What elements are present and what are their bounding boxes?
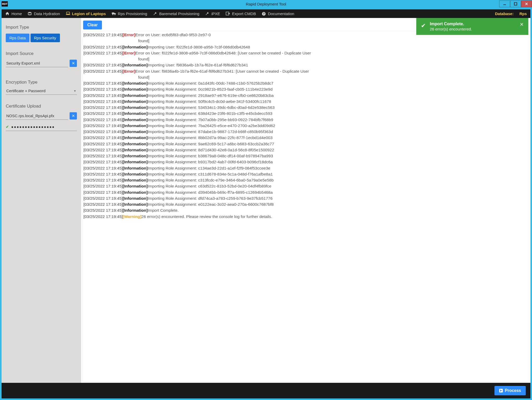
log-timestamp: [03/25/2022 17:19:45] — [83, 93, 123, 98]
log-level: [Information] — [123, 178, 148, 182]
log-timestamp: [03/25/2022 17:19:45] — [83, 69, 123, 73]
log-line: [03/25/2022 17:19:45][Information]Import… — [83, 141, 528, 147]
nav-item-rps-provisioning[interactable]: Rps Provisioning — [112, 11, 147, 16]
import-type-label: Import Type — [6, 25, 77, 30]
log-level: [Information] — [123, 81, 148, 85]
svg-rect-3 — [66, 12, 70, 14]
console-log[interactable]: [03/25/2022 17:19:45][Error]Error on Use… — [82, 31, 529, 382]
encryption-type-select[interactable]: Certificate + Password ▼ — [6, 87, 77, 95]
nav-item-label: Baremetal Provisioning — [159, 11, 199, 16]
certificate-password-field[interactable]: ●●●●●●●●●●●●●●●● — [11, 125, 55, 129]
nav-item-export-cmdb[interactable]: Export CMDB — [226, 11, 256, 16]
svg-rect-1 — [514, 3, 517, 5]
log-line: [03/25/2022 17:19:45][Information]Import… — [83, 123, 528, 129]
log-level: [Information] — [123, 184, 148, 188]
close-icon: ✕ — [72, 114, 75, 118]
log-message: Importing Role Assignment: c311d678-834e… — [148, 172, 273, 176]
nav-item-label: Home — [11, 11, 22, 16]
encryption-type-value: Certificate + Password — [6, 89, 45, 93]
log-level: [Information] — [123, 123, 148, 128]
log-level: [Error] — [123, 33, 135, 37]
log-line: [03/25/2022 17:19:45][Information]Import… — [83, 189, 528, 195]
log-message: Importing Role Assignment: 534534c1-39dc… — [148, 105, 274, 110]
toast-title: Import Complete. — [430, 22, 472, 26]
toast-subtitle: 26 error(s) encountered. — [430, 27, 472, 31]
wrench-icon — [153, 12, 157, 16]
import-source-input[interactable] — [6, 59, 68, 67]
log-message: Importing Role Assignment: 8d71d430-42e8… — [148, 148, 274, 152]
log-timestamp: [03/25/2022 17:19:45] — [83, 81, 123, 85]
close-button[interactable] — [521, 1, 532, 7]
log-message-continuation: found] — [83, 38, 528, 44]
maximize-button[interactable] — [510, 1, 521, 7]
import-source-clear-button[interactable]: ✕ — [70, 60, 77, 67]
certificate-upload-label: Certificate Upload — [6, 104, 77, 109]
log-line: [03/25/2022 17:19:45][Information]Import… — [83, 92, 528, 98]
toast-close-button[interactable]: ✕ — [520, 22, 524, 27]
import-type-toggle: Rps Data Rps Security — [6, 34, 77, 42]
log-message-continuation: found] — [83, 74, 528, 80]
log-message: Importing Role Assignment: 638d423e-23f6… — [148, 111, 272, 116]
log-level: [Information] — [123, 63, 148, 67]
log-message: Importing Role Assignment: 9ae62c69-5c17… — [148, 142, 274, 146]
home-icon — [5, 12, 10, 16]
log-message: Importing Role Assignment: 8bb02d7a-99ac… — [148, 135, 272, 140]
log-timestamp: [03/25/2022 17:19:45] — [83, 87, 123, 91]
log-timestamp: [03/25/2022 17:19:45] — [83, 202, 123, 207]
log-timestamp: [03/25/2022 17:19:45] — [83, 129, 123, 134]
window-controls — [499, 1, 532, 7]
certificate-file-input[interactable] — [6, 112, 68, 120]
nav-item-data-hydration[interactable]: Data Hydration — [28, 11, 60, 16]
log-timestamp: [03/25/2022 17:19:45] — [83, 154, 123, 158]
sidebar: Import Type Rps Data Rps Security Import… — [2, 18, 81, 383]
nav-item-home[interactable]: Home — [5, 11, 22, 16]
log-level: [Information] — [123, 160, 148, 164]
log-line: [03/25/2022 17:19:45][Information]Import… — [83, 135, 528, 141]
log-line: [03/25/2022 17:19:45][Information]Import… — [83, 62, 528, 68]
log-line: [03/25/2022 17:19:45][Information]Import… — [83, 110, 528, 116]
clear-button[interactable]: Clear — [83, 21, 102, 29]
log-timestamp: [03/25/2022 17:19:45] — [83, 63, 123, 67]
minimize-button[interactable] — [499, 1, 510, 7]
nav-item-label: Data Hydration — [34, 11, 60, 16]
log-message: 26 error(s) encountered. Please review t… — [142, 214, 272, 219]
log-level: [Information] — [123, 135, 148, 140]
import-type-rps-security[interactable]: Rps Security — [30, 34, 60, 42]
log-timestamp: [03/25/2022 17:19:45] — [83, 99, 123, 104]
log-level: [Error] — [123, 51, 135, 55]
log-timestamp: [03/25/2022 17:19:45] — [83, 214, 123, 219]
certificate-file-clear-button[interactable]: ✕ — [70, 112, 77, 120]
log-level: [Information] — [123, 129, 148, 134]
svg-point-6 — [112, 14, 113, 15]
log-message: Importing User: f022fe1d-3808-a958-7c3f-… — [148, 45, 250, 49]
log-line: [03/25/2022 17:19:45][Information]Import… — [83, 147, 528, 153]
process-button[interactable]: Process — [494, 386, 526, 395]
nav-item-documentation[interactable]: ?Documentation — [262, 11, 294, 16]
log-message: Importing Role Assignment: b38679a8-048c… — [148, 154, 273, 158]
process-button-label: Process — [505, 388, 521, 393]
log-line: [03/25/2022 17:19:45][Warning]26 error(s… — [83, 214, 528, 220]
close-icon: ✕ — [72, 61, 75, 66]
log-line: [03/25/2022 17:19:45][Information]Import… — [83, 159, 528, 165]
log-timestamp: [03/25/2022 17:19:45] — [83, 172, 123, 176]
log-line: [03/25/2022 17:19:45][Information]Import… — [83, 129, 528, 135]
window-title: Rapid Deployment Tool — [246, 2, 286, 6]
log-timestamp: [03/25/2022 17:19:45] — [83, 178, 123, 182]
nav-item-legion-of-laptops[interactable]: Legion of Laptops — [66, 11, 106, 16]
log-timestamp: [03/25/2022 17:19:45] — [83, 184, 123, 188]
log-message: Importing User: f9836a4b-1b7a-f62e-61af-… — [148, 63, 248, 67]
app-frame: HomeData HydrationLegion of LaptopsRps P… — [2, 9, 530, 398]
app-icon: RDT — [2, 1, 8, 7]
import-type-rps-data[interactable]: Rps Data — [6, 34, 29, 42]
nav-item-label: Rps Provisioning — [118, 11, 147, 16]
log-level: [Information] — [123, 196, 148, 201]
nav-item-label: Documentation — [268, 11, 294, 16]
log-level: [Information] — [123, 99, 148, 104]
log-level: [Information] — [123, 190, 148, 195]
log-level: [Error] — [123, 69, 135, 73]
log-message-continuation: found] — [83, 56, 528, 62]
svg-marker-11 — [500, 390, 502, 392]
log-line: [03/25/2022 17:19:45][Error]Error on Use… — [83, 50, 528, 56]
nav-item-baremetal-provisioning[interactable]: Baremetal Provisioning — [153, 11, 199, 16]
nav-item-ipxe[interactable]: iPXE — [205, 11, 220, 16]
